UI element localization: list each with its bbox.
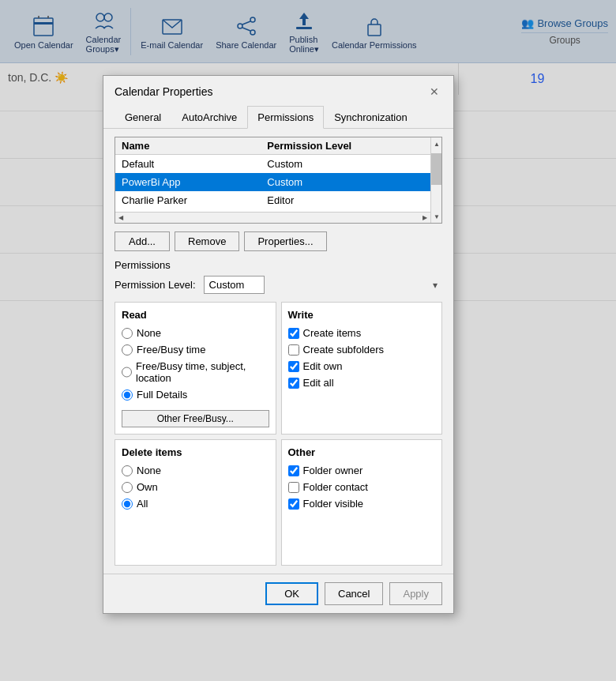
row-level: Custom — [261, 155, 441, 174]
write-create-items-label: Create items — [303, 327, 362, 339]
calendar-properties-dialog: Calendar Properties ✕ General AutoArchiv… — [103, 75, 454, 614]
dialog-title: Calendar Properties — [115, 85, 213, 98]
other-folder-contact-item: Folder contact — [288, 481, 436, 493]
user-table: Name Permission Level Default Custom Pow… — [115, 137, 441, 224]
write-section: Write Create items Create subfolders Edi… — [281, 302, 443, 435]
row-level: Editor — [261, 191, 441, 209]
row-name: Charlie Parker — [115, 191, 261, 209]
read-freebusy-label: Free/Busy time — [137, 344, 205, 356]
write-create-subfolders-checkbox[interactable] — [288, 344, 299, 356]
apply-button[interactable]: Apply — [389, 582, 442, 605]
close-button[interactable]: ✕ — [426, 84, 442, 100]
delete-all-label: All — [137, 498, 148, 510]
row-name: PowerBi App — [115, 173, 261, 191]
write-create-subfolders-label: Create subfolders — [303, 344, 385, 356]
scroll-up-arrow[interactable]: ▲ — [431, 137, 442, 150]
delete-none-label: None — [137, 465, 161, 476]
dialog-body: Name Permission Level Default Custom Pow… — [103, 129, 453, 574]
other-folder-contact-checkbox[interactable] — [288, 482, 299, 493]
write-create-items-checkbox[interactable] — [288, 328, 299, 339]
other-folder-owner-label: Folder owner — [303, 465, 363, 476]
other-folder-visible-label: Folder visible — [303, 498, 364, 510]
write-edit-own-label: Edit own — [303, 360, 343, 372]
permissions-section-label: Permissions — [115, 259, 442, 271]
read-fulldetails-item: Full Details — [122, 389, 269, 401]
read-none-item: None — [122, 327, 269, 339]
write-create-items-item: Create items — [288, 327, 436, 339]
read-none-radio[interactable] — [122, 328, 133, 339]
table-row[interactable]: Charlie Parker Editor — [115, 191, 441, 209]
read-fbsubjectlocation-item: Free/Busy time, subject, location — [122, 360, 269, 384]
row-level: Custom — [261, 173, 441, 191]
tab-permissions[interactable]: Permissions — [247, 106, 324, 129]
dialog-footer: OK Cancel Apply — [103, 574, 453, 613]
tab-bar: General AutoArchive Permissions Synchron… — [103, 106, 453, 129]
ok-button[interactable]: OK — [265, 582, 318, 605]
tab-general[interactable]: General — [115, 106, 171, 129]
delete-none-item: None — [122, 465, 269, 476]
dialog-titlebar: Calendar Properties ✕ — [103, 76, 453, 106]
add-button[interactable]: Add... — [115, 231, 170, 251]
tab-autoarchive[interactable]: AutoArchive — [171, 106, 247, 129]
permission-level-select-wrapper: Custom — [204, 276, 442, 294]
delete-all-item: All — [122, 498, 269, 510]
scroll-thumb[interactable] — [431, 153, 442, 185]
remove-button[interactable]: Remove — [175, 231, 239, 251]
vertical-scrollbar[interactable]: ▲ ▼ — [430, 137, 441, 223]
other-section-title: Other — [288, 446, 436, 458]
other-section: Other Folder owner Folder contact Folder… — [281, 439, 443, 566]
delete-all-radio[interactable] — [122, 499, 133, 510]
row-name: Default — [115, 155, 261, 174]
delete-none-radio[interactable] — [122, 465, 133, 476]
read-section-title: Read — [122, 309, 269, 321]
write-edit-all-item: Edit all — [288, 377, 436, 389]
read-fulldetails-radio[interactable] — [122, 389, 133, 401]
read-fulldetails-label: Full Details — [137, 389, 187, 401]
write-edit-own-checkbox[interactable] — [288, 361, 299, 372]
action-buttons-row: Add... Remove Properties... — [115, 231, 442, 251]
permission-level-label: Permission Level: — [115, 279, 196, 291]
delete-own-radio[interactable] — [122, 482, 133, 493]
col-header-name: Name — [115, 137, 261, 155]
read-fbsubjectlocation-radio[interactable] — [122, 367, 132, 378]
permission-level-select[interactable]: Custom — [204, 276, 265, 294]
other-folder-contact-label: Folder contact — [303, 481, 368, 493]
write-create-subfolders-item: Create subfolders — [288, 344, 436, 356]
delete-other-grid: Delete items None Own All Other — [115, 439, 442, 566]
delete-own-label: Own — [137, 481, 158, 493]
read-freebusy-radio[interactable] — [122, 344, 133, 356]
delete-own-item: Own — [122, 481, 269, 493]
read-section: Read None Free/Busy time Free/Busy time,… — [115, 302, 276, 435]
properties-button[interactable]: Properties... — [244, 231, 326, 251]
scroll-track — [128, 215, 418, 221]
table-row[interactable]: PowerBi App Custom — [115, 173, 441, 191]
other-folder-owner-checkbox[interactable] — [288, 465, 299, 476]
horizontal-scrollbar[interactable]: ◀ ▶ — [115, 212, 430, 223]
write-edit-all-checkbox[interactable] — [288, 378, 299, 389]
write-edit-own-item: Edit own — [288, 360, 436, 372]
col-header-level: Permission Level — [261, 137, 441, 155]
scroll-left-arrow[interactable]: ◀ — [115, 213, 126, 224]
other-freebusy-button[interactable]: Other Free/Busy... — [122, 410, 269, 427]
read-write-grid: Read None Free/Busy time Free/Busy time,… — [115, 302, 442, 435]
tab-synchronization[interactable]: Synchronization — [324, 106, 418, 129]
cancel-button[interactable]: Cancel — [325, 582, 383, 605]
read-none-label: None — [137, 327, 161, 339]
other-folder-visible-checkbox[interactable] — [288, 499, 299, 510]
table-row[interactable]: Default Custom — [115, 155, 441, 174]
delete-section: Delete items None Own All — [115, 439, 276, 566]
other-folder-owner-item: Folder owner — [288, 465, 436, 476]
write-section-title: Write — [288, 309, 436, 321]
user-table-container: Name Permission Level Default Custom Pow… — [115, 137, 442, 224]
permission-level-row: Permission Level: Custom — [115, 276, 442, 294]
other-folder-visible-item: Folder visible — [288, 498, 436, 510]
write-edit-all-label: Edit all — [303, 377, 334, 389]
read-fbsubjectlocation-label: Free/Busy time, subject, location — [136, 360, 269, 384]
scroll-down-arrow[interactable]: ▼ — [431, 210, 442, 223]
scroll-right-arrow[interactable]: ▶ — [419, 213, 430, 224]
delete-section-title: Delete items — [122, 446, 269, 458]
read-freebusy-item: Free/Busy time — [122, 344, 269, 356]
